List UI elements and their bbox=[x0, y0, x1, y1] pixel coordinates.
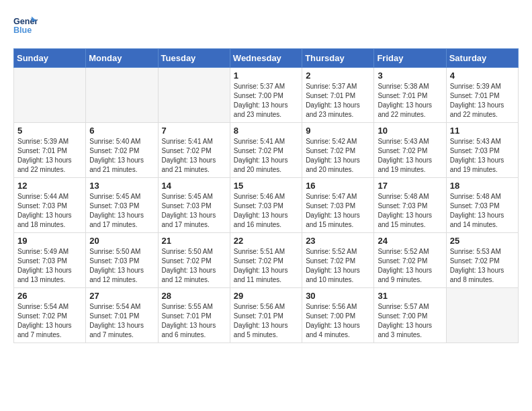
day-info: Sunrise: 5:48 AM Sunset: 7:03 PM Dayligh… bbox=[450, 192, 515, 230]
calendar-cell: 8Sunrise: 5:41 AM Sunset: 7:02 PM Daylig… bbox=[230, 123, 302, 178]
calendar-cell: 18Sunrise: 5:48 AM Sunset: 7:03 PM Dayli… bbox=[446, 178, 518, 233]
day-number: 14 bbox=[162, 181, 226, 191]
day-number: 11 bbox=[450, 126, 515, 136]
day-info: Sunrise: 5:37 AM Sunset: 7:01 PM Dayligh… bbox=[306, 82, 370, 120]
logo-icon: General Blue bbox=[13, 13, 38, 38]
day-number: 31 bbox=[378, 291, 442, 301]
day-header-saturday: Saturday bbox=[446, 49, 518, 68]
calendar-cell: 26Sunrise: 5:54 AM Sunset: 7:02 PM Dayli… bbox=[14, 288, 86, 343]
calendar-cell: 11Sunrise: 5:43 AM Sunset: 7:03 PM Dayli… bbox=[446, 123, 518, 178]
day-info: Sunrise: 5:53 AM Sunset: 7:02 PM Dayligh… bbox=[450, 247, 515, 285]
calendar-cell: 17Sunrise: 5:48 AM Sunset: 7:03 PM Dayli… bbox=[374, 178, 446, 233]
calendar-week-row: 12Sunrise: 5:44 AM Sunset: 7:03 PM Dayli… bbox=[14, 178, 519, 233]
day-number: 16 bbox=[306, 181, 370, 191]
day-number: 30 bbox=[306, 291, 370, 301]
day-number: 10 bbox=[378, 126, 442, 136]
calendar-header-row: SundayMondayTuesdayWednesdayThursdayFrid… bbox=[14, 49, 519, 68]
calendar-cell: 13Sunrise: 5:45 AM Sunset: 7:03 PM Dayli… bbox=[86, 178, 158, 233]
calendar-table: SundayMondayTuesdayWednesdayThursdayFrid… bbox=[13, 48, 519, 343]
day-number: 13 bbox=[89, 181, 154, 191]
calendar-cell bbox=[158, 68, 230, 123]
day-info: Sunrise: 5:50 AM Sunset: 7:02 PM Dayligh… bbox=[162, 247, 226, 285]
day-info: Sunrise: 5:37 AM Sunset: 7:00 PM Dayligh… bbox=[234, 82, 298, 120]
day-info: Sunrise: 5:54 AM Sunset: 7:02 PM Dayligh… bbox=[17, 302, 82, 340]
day-number: 1 bbox=[234, 71, 298, 81]
day-info: Sunrise: 5:38 AM Sunset: 7:01 PM Dayligh… bbox=[378, 82, 442, 120]
calendar-cell: 27Sunrise: 5:54 AM Sunset: 7:01 PM Dayli… bbox=[86, 288, 158, 343]
calendar-cell: 15Sunrise: 5:46 AM Sunset: 7:03 PM Dayli… bbox=[230, 178, 302, 233]
day-info: Sunrise: 5:55 AM Sunset: 7:01 PM Dayligh… bbox=[162, 302, 226, 340]
calendar-cell bbox=[446, 288, 518, 343]
calendar-cell: 21Sunrise: 5:50 AM Sunset: 7:02 PM Dayli… bbox=[158, 233, 230, 288]
day-header-monday: Monday bbox=[86, 49, 158, 68]
day-info: Sunrise: 5:39 AM Sunset: 7:01 PM Dayligh… bbox=[450, 82, 515, 120]
calendar-week-row: 26Sunrise: 5:54 AM Sunset: 7:02 PM Dayli… bbox=[14, 288, 519, 343]
calendar-cell: 12Sunrise: 5:44 AM Sunset: 7:03 PM Dayli… bbox=[14, 178, 86, 233]
day-info: Sunrise: 5:45 AM Sunset: 7:03 PM Dayligh… bbox=[89, 192, 154, 230]
day-number: 29 bbox=[234, 291, 298, 301]
day-number: 12 bbox=[17, 181, 82, 191]
day-number: 22 bbox=[234, 236, 298, 246]
calendar-cell: 30Sunrise: 5:56 AM Sunset: 7:00 PM Dayli… bbox=[302, 288, 374, 343]
day-number: 26 bbox=[17, 291, 82, 301]
calendar-week-row: 5Sunrise: 5:39 AM Sunset: 7:01 PM Daylig… bbox=[14, 123, 519, 178]
calendar-cell: 16Sunrise: 5:47 AM Sunset: 7:03 PM Dayli… bbox=[302, 178, 374, 233]
day-number: 5 bbox=[17, 126, 82, 136]
calendar-cell: 9Sunrise: 5:42 AM Sunset: 7:02 PM Daylig… bbox=[302, 123, 374, 178]
day-info: Sunrise: 5:43 AM Sunset: 7:03 PM Dayligh… bbox=[450, 137, 515, 175]
day-number: 4 bbox=[450, 71, 515, 81]
calendar-cell: 14Sunrise: 5:45 AM Sunset: 7:03 PM Dayli… bbox=[158, 178, 230, 233]
day-info: Sunrise: 5:41 AM Sunset: 7:02 PM Dayligh… bbox=[162, 137, 226, 175]
day-info: Sunrise: 5:40 AM Sunset: 7:02 PM Dayligh… bbox=[89, 137, 154, 175]
day-number: 2 bbox=[306, 71, 370, 81]
day-number: 6 bbox=[89, 126, 154, 136]
day-info: Sunrise: 5:44 AM Sunset: 7:03 PM Dayligh… bbox=[17, 192, 82, 230]
day-number: 19 bbox=[17, 236, 82, 246]
calendar-cell: 29Sunrise: 5:56 AM Sunset: 7:01 PM Dayli… bbox=[230, 288, 302, 343]
calendar-cell: 22Sunrise: 5:51 AM Sunset: 7:02 PM Dayli… bbox=[230, 233, 302, 288]
calendar-cell: 6Sunrise: 5:40 AM Sunset: 7:02 PM Daylig… bbox=[86, 123, 158, 178]
day-number: 28 bbox=[162, 291, 226, 301]
day-info: Sunrise: 5:49 AM Sunset: 7:03 PM Dayligh… bbox=[17, 247, 82, 285]
day-header-thursday: Thursday bbox=[302, 49, 374, 68]
day-info: Sunrise: 5:39 AM Sunset: 7:01 PM Dayligh… bbox=[17, 137, 82, 175]
calendar-cell: 19Sunrise: 5:49 AM Sunset: 7:03 PM Dayli… bbox=[14, 233, 86, 288]
day-info: Sunrise: 5:43 AM Sunset: 7:02 PM Dayligh… bbox=[378, 137, 442, 175]
calendar-cell: 3Sunrise: 5:38 AM Sunset: 7:01 PM Daylig… bbox=[374, 68, 446, 123]
day-number: 20 bbox=[89, 236, 154, 246]
day-header-sunday: Sunday bbox=[14, 49, 86, 68]
day-info: Sunrise: 5:52 AM Sunset: 7:02 PM Dayligh… bbox=[306, 247, 370, 285]
calendar-cell bbox=[86, 68, 158, 123]
day-number: 25 bbox=[450, 236, 515, 246]
day-info: Sunrise: 5:54 AM Sunset: 7:01 PM Dayligh… bbox=[89, 302, 154, 340]
day-number: 15 bbox=[234, 181, 298, 191]
calendar-cell: 4Sunrise: 5:39 AM Sunset: 7:01 PM Daylig… bbox=[446, 68, 518, 123]
day-info: Sunrise: 5:42 AM Sunset: 7:02 PM Dayligh… bbox=[306, 137, 370, 175]
day-info: Sunrise: 5:47 AM Sunset: 7:03 PM Dayligh… bbox=[306, 192, 370, 230]
day-number: 18 bbox=[450, 181, 515, 191]
day-number: 9 bbox=[306, 126, 370, 136]
calendar-cell: 31Sunrise: 5:57 AM Sunset: 7:00 PM Dayli… bbox=[374, 288, 446, 343]
page-header: General Blue bbox=[13, 13, 519, 38]
day-info: Sunrise: 5:45 AM Sunset: 7:03 PM Dayligh… bbox=[162, 192, 226, 230]
day-info: Sunrise: 5:48 AM Sunset: 7:03 PM Dayligh… bbox=[378, 192, 442, 230]
day-info: Sunrise: 5:51 AM Sunset: 7:02 PM Dayligh… bbox=[234, 247, 298, 285]
day-number: 7 bbox=[162, 126, 226, 136]
day-header-friday: Friday bbox=[374, 49, 446, 68]
calendar-cell: 5Sunrise: 5:39 AM Sunset: 7:01 PM Daylig… bbox=[14, 123, 86, 178]
calendar-cell bbox=[14, 68, 86, 123]
day-info: Sunrise: 5:46 AM Sunset: 7:03 PM Dayligh… bbox=[234, 192, 298, 230]
calendar-cell: 7Sunrise: 5:41 AM Sunset: 7:02 PM Daylig… bbox=[158, 123, 230, 178]
day-number: 17 bbox=[378, 181, 442, 191]
day-header-tuesday: Tuesday bbox=[158, 49, 230, 68]
day-info: Sunrise: 5:50 AM Sunset: 7:03 PM Dayligh… bbox=[89, 247, 154, 285]
day-number: 21 bbox=[162, 236, 226, 246]
calendar-cell: 1Sunrise: 5:37 AM Sunset: 7:00 PM Daylig… bbox=[230, 68, 302, 123]
day-info: Sunrise: 5:41 AM Sunset: 7:02 PM Dayligh… bbox=[234, 137, 298, 175]
day-info: Sunrise: 5:56 AM Sunset: 7:00 PM Dayligh… bbox=[306, 302, 370, 340]
calendar-week-row: 1Sunrise: 5:37 AM Sunset: 7:00 PM Daylig… bbox=[14, 68, 519, 123]
day-info: Sunrise: 5:52 AM Sunset: 7:02 PM Dayligh… bbox=[378, 247, 442, 285]
calendar-cell: 20Sunrise: 5:50 AM Sunset: 7:03 PM Dayli… bbox=[86, 233, 158, 288]
logo: General Blue bbox=[13, 13, 38, 38]
day-number: 8 bbox=[234, 126, 298, 136]
